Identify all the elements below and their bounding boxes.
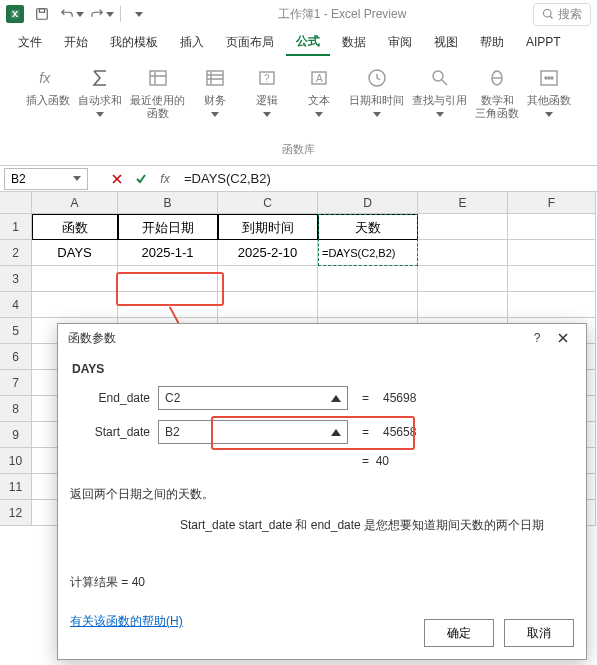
- row-header-12[interactable]: 12: [0, 500, 32, 526]
- row-header-9[interactable]: 9: [0, 422, 32, 448]
- arg1-label: End_date: [70, 391, 150, 405]
- range-picker-icon[interactable]: [331, 395, 341, 402]
- svg-rect-1: [39, 9, 44, 13]
- tab-templates[interactable]: 我的模板: [100, 30, 168, 55]
- tab-aippt[interactable]: AIPPT: [516, 31, 571, 53]
- logical-button[interactable]: ? 逻辑: [245, 64, 289, 120]
- svg-rect-5: [207, 71, 223, 85]
- sigma-icon: [86, 64, 114, 92]
- tab-help[interactable]: 帮助: [470, 30, 514, 55]
- tab-insert[interactable]: 插入: [170, 30, 214, 55]
- name-box[interactable]: B2: [4, 168, 88, 190]
- dialog-title: 函数参数: [68, 330, 116, 347]
- math-button[interactable]: 数学和 三角函数: [475, 64, 519, 120]
- lookup-button[interactable]: 查找与引用: [412, 64, 467, 120]
- cell-E2[interactable]: [418, 240, 508, 266]
- row-header-11[interactable]: 11: [0, 474, 32, 500]
- calculation-result: 计算结果 = 40: [70, 574, 574, 591]
- tab-formulas[interactable]: 公式: [286, 29, 330, 56]
- formula-result: 40: [376, 454, 389, 468]
- undo-icon[interactable]: [60, 2, 84, 26]
- qat-dropdown[interactable]: [127, 2, 151, 26]
- ok-button[interactable]: 确定: [424, 619, 494, 647]
- logical-icon: ?: [253, 64, 281, 92]
- svg-point-14: [545, 77, 547, 79]
- recent-icon: [144, 64, 172, 92]
- function-description: 返回两个日期之间的天数。: [70, 486, 574, 503]
- row-header-8[interactable]: 8: [0, 396, 32, 422]
- col-header-C[interactable]: C: [218, 192, 318, 214]
- chevron-down-icon: [73, 176, 81, 181]
- search-box[interactable]: 搜索: [533, 3, 591, 26]
- cell-F2[interactable]: [508, 240, 596, 266]
- col-header-F[interactable]: F: [508, 192, 596, 214]
- row-header-2[interactable]: 2: [0, 240, 32, 266]
- row-header-6[interactable]: 6: [0, 344, 32, 370]
- document-title: 工作簿1 - Excel Preview: [157, 6, 527, 23]
- tab-review[interactable]: 审阅: [378, 30, 422, 55]
- svg-text:fx: fx: [39, 70, 51, 86]
- arg1-result: 45698: [383, 391, 416, 405]
- tab-layout[interactable]: 页面布局: [216, 30, 284, 55]
- argument-description: Start_date start_date 和 end_date 是您想要知道期…: [70, 517, 574, 534]
- cell-D2[interactable]: =DAYS(C2,B2): [318, 240, 418, 266]
- recent-functions-button[interactable]: 最近使用的 函数: [130, 64, 185, 120]
- col-header-B[interactable]: B: [118, 192, 218, 214]
- select-all-corner[interactable]: [0, 192, 32, 214]
- arg2-result: 45658: [383, 425, 416, 439]
- cell-E1[interactable]: [418, 214, 508, 240]
- tab-data[interactable]: 数据: [332, 30, 376, 55]
- theta-icon: [483, 64, 511, 92]
- col-header-D[interactable]: D: [318, 192, 418, 214]
- col-header-E[interactable]: E: [418, 192, 508, 214]
- svg-point-16: [551, 77, 553, 79]
- row-header-7[interactable]: 7: [0, 370, 32, 396]
- function-arguments-dialog: 函数参数 ? DAYS End_date C2 = 45698 Start_da…: [57, 323, 587, 660]
- help-button[interactable]: ?: [524, 327, 550, 349]
- formula-input[interactable]: =DAYS(C2,B2): [176, 171, 597, 186]
- function-name: DAYS: [72, 362, 574, 376]
- cell-B1[interactable]: 开始日期: [118, 214, 218, 240]
- text-icon: A: [305, 64, 333, 92]
- tab-home[interactable]: 开始: [54, 30, 98, 55]
- row-header-4[interactable]: 4: [0, 292, 32, 318]
- arg2-label: Start_date: [70, 425, 150, 439]
- svg-text:?: ?: [264, 73, 270, 84]
- fx-button[interactable]: fx: [154, 168, 176, 190]
- tab-file[interactable]: 文件: [8, 30, 52, 55]
- cancel-formula-button[interactable]: [106, 168, 128, 190]
- function-help-link[interactable]: 有关该函数的帮助(H): [70, 613, 183, 630]
- svg-text:A: A: [316, 73, 323, 84]
- financial-icon: [201, 64, 229, 92]
- autosum-button[interactable]: 自动求和: [78, 64, 122, 120]
- cell-B2[interactable]: 2025-1-1: [118, 240, 218, 266]
- datetime-button[interactable]: 日期和时间: [349, 64, 404, 120]
- cell-F1[interactable]: [508, 214, 596, 240]
- close-button[interactable]: [550, 327, 576, 349]
- row-header-5[interactable]: 5: [0, 318, 32, 344]
- lookup-icon: [426, 64, 454, 92]
- svg-point-11: [433, 71, 443, 81]
- financial-button[interactable]: 财务: [193, 64, 237, 120]
- save-icon[interactable]: [30, 2, 54, 26]
- insert-function-button[interactable]: fx 插入函数: [26, 64, 70, 107]
- row-header-10[interactable]: 10: [0, 448, 32, 474]
- arg1-input[interactable]: C2: [158, 386, 348, 410]
- excel-logo: [6, 5, 24, 23]
- row-header-1[interactable]: 1: [0, 214, 32, 240]
- col-header-A[interactable]: A: [32, 192, 118, 214]
- cell-D1[interactable]: 天数: [318, 214, 418, 240]
- cancel-button[interactable]: 取消: [504, 619, 574, 647]
- range-picker-icon[interactable]: [331, 429, 341, 436]
- cell-C2[interactable]: 2025-2-10: [218, 240, 318, 266]
- redo-icon[interactable]: [90, 2, 114, 26]
- tab-view[interactable]: 视图: [424, 30, 468, 55]
- row-header-3[interactable]: 3: [0, 266, 32, 292]
- cell-C1[interactable]: 到期时间: [218, 214, 318, 240]
- arg2-input[interactable]: B2: [158, 420, 348, 444]
- cell-A2[interactable]: DAYS: [32, 240, 118, 266]
- more-functions-button[interactable]: 其他函数: [527, 64, 571, 120]
- accept-formula-button[interactable]: [130, 168, 152, 190]
- cell-A1[interactable]: 函数: [32, 214, 118, 240]
- text-button[interactable]: A 文本: [297, 64, 341, 120]
